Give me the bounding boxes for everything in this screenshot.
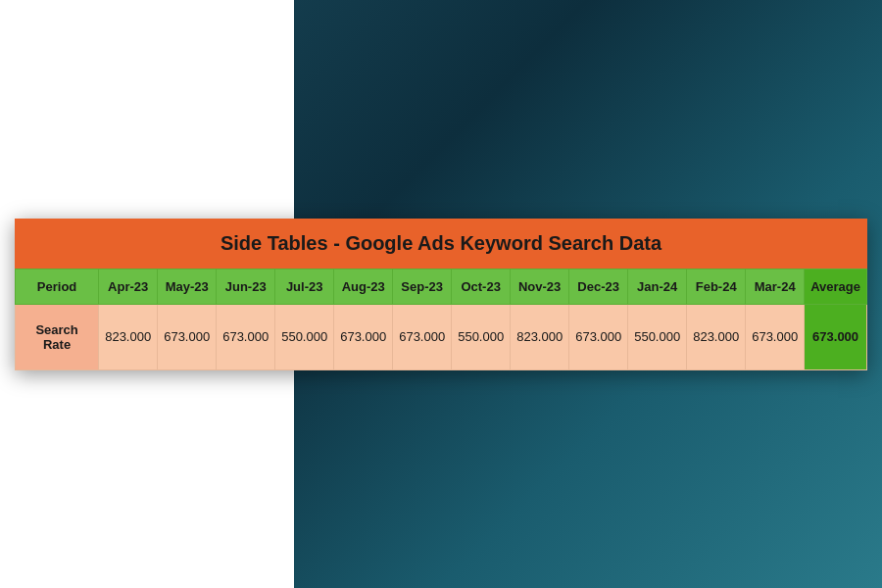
table-title: Side Tables - Google Ads Keyword Search … [15, 219, 867, 269]
col-header-jan24: Jan-24 [628, 269, 687, 304]
col-header-sep23: Sep-23 [393, 269, 452, 304]
cell-sep23: 673.000 [393, 304, 452, 369]
col-header-feb24: Feb-24 [687, 269, 746, 304]
cell-jul23: 550.000 [275, 304, 334, 369]
cell-average: 673.000 [805, 304, 867, 369]
col-header-apr23: Apr-23 [99, 269, 158, 304]
col-header-aug23: Aug-23 [334, 269, 393, 304]
data-table: Period Apr-23 May-23 Jun-23 Jul-23 Aug-2… [15, 269, 867, 370]
cell-aug23: 673.000 [334, 304, 393, 369]
header-row: Period Apr-23 May-23 Jun-23 Jul-23 Aug-2… [16, 269, 867, 304]
cell-apr23: 823.000 [99, 304, 158, 369]
cell-oct23: 550.000 [452, 304, 511, 369]
col-header-may23: May-23 [158, 269, 217, 304]
period-header: Period [16, 269, 99, 304]
col-header-nov23: Nov-23 [511, 269, 569, 304]
cell-nov23: 823.000 [511, 304, 569, 369]
cell-may23: 673.000 [158, 304, 217, 369]
cell-feb24: 823.000 [687, 304, 746, 369]
col-header-mar24: Mar-24 [746, 269, 805, 304]
col-header-jun23: Jun-23 [217, 269, 275, 304]
cell-mar24: 673.000 [746, 304, 805, 369]
cell-jan24: 550.000 [628, 304, 687, 369]
cell-jun23: 673.000 [217, 304, 275, 369]
row-label: Search Rate [16, 304, 99, 369]
col-header-dec23: Dec-23 [569, 269, 628, 304]
table-row: Search Rate 823.000 673.000 673.000 550.… [16, 304, 867, 369]
average-header: Average [805, 269, 867, 304]
main-table-container: Side Tables - Google Ads Keyword Search … [15, 219, 867, 370]
col-header-jul23: Jul-23 [275, 269, 334, 304]
cell-dec23: 673.000 [569, 304, 628, 369]
col-header-oct23: Oct-23 [452, 269, 511, 304]
